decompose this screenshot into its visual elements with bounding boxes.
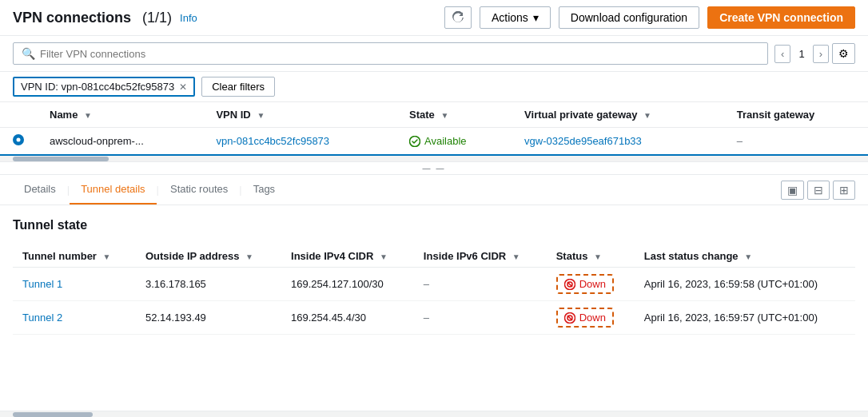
vpnid-sort-icon: ▼ xyxy=(257,111,265,120)
col-last-status-change[interactable]: Last status change ▼ xyxy=(635,245,855,268)
bottom-scrollbar-thumb xyxy=(13,412,93,417)
table-row[interactable]: awscloud-onprem-... vpn-081cc4bc52fc9587… xyxy=(0,128,868,156)
row-radio[interactable] xyxy=(0,128,37,156)
vpn-table: Name ▼ VPN ID ▼ State ▼ Virtual private … xyxy=(0,102,868,156)
name-sort-icon: ▼ xyxy=(84,111,92,120)
down-icon xyxy=(564,279,575,290)
refresh-button[interactable] xyxy=(444,6,472,29)
search-input[interactable] xyxy=(40,48,759,60)
col-inside-ipv4-cidr[interactable]: Inside IPv4 CIDR ▼ xyxy=(281,245,414,268)
ipv6-cidr: – xyxy=(414,301,547,335)
available-icon xyxy=(409,136,420,147)
vpg-col-header[interactable]: Virtual private gateway ▼ xyxy=(512,102,724,128)
tab-tunnel-details[interactable]: Tunnel details xyxy=(70,175,156,205)
scrollbar-thumb xyxy=(13,157,109,161)
sort-icon: ▼ xyxy=(512,252,520,261)
row-vpg[interactable]: vgw-0325de95eaf671b33 xyxy=(512,128,724,156)
page-title: VPN connections xyxy=(13,10,131,26)
col-outside-ip-address[interactable]: Outside IP address ▼ xyxy=(136,245,281,268)
table-settings-button[interactable]: ⚙ xyxy=(832,43,855,64)
clear-filters-button[interactable]: Clear filters xyxy=(201,77,275,97)
tab-details[interactable]: Details xyxy=(13,175,67,205)
download-config-button[interactable]: Download configuration xyxy=(559,6,699,29)
vpg-sort-icon: ▼ xyxy=(643,111,651,120)
filter-tag-close[interactable]: ✕ xyxy=(179,81,187,93)
col-tunnel-number[interactable]: Tunnel number ▼ xyxy=(13,245,136,268)
search-icon: 🔍 xyxy=(22,47,35,60)
down-icon xyxy=(564,312,575,324)
search-box: 🔍 xyxy=(13,42,768,65)
ipv4-cidr: 169.254.45.4/30 xyxy=(281,301,414,335)
last-change: April 16, 2023, 16:59:58 (UTC+01:00) xyxy=(635,268,855,301)
tunnel-status: Down xyxy=(547,268,635,301)
resize-dots-icon: — — xyxy=(423,164,446,173)
tunnel-number[interactable]: Tunnel 1 xyxy=(13,268,136,301)
prev-page-button[interactable]: ‹ xyxy=(774,45,790,63)
row-tgw: – xyxy=(724,128,868,156)
name-col-header[interactable]: Name ▼ xyxy=(37,102,203,128)
sort-icon: ▼ xyxy=(245,252,253,261)
vpnid-col-header[interactable]: VPN ID ▼ xyxy=(203,102,396,128)
tunnel-state-title: Tunnel state xyxy=(13,218,855,232)
filter-tag: VPN ID: vpn-081cc4bc52fc95873 ✕ xyxy=(13,77,195,97)
last-change: April 16, 2023, 16:59:57 (UTC+01:00) xyxy=(635,301,855,335)
view-buttons: ▣ ⊟ ⊞ xyxy=(781,181,855,200)
tunnel-row: Tunnel 2 52.14.193.49 169.254.45.4/30 – … xyxy=(13,301,855,335)
tab-tags[interactable]: Tags xyxy=(242,175,286,205)
row-name: awscloud-onprem-... xyxy=(37,128,203,156)
info-link[interactable]: Info xyxy=(180,12,197,24)
bottom-panel: Tunnel state Tunnel number ▼Outside IP a… xyxy=(0,205,868,411)
sort-icon: ▼ xyxy=(380,252,388,261)
col-inside-ipv6-cidr[interactable]: Inside IPv6 CIDR ▼ xyxy=(414,245,547,268)
outside-ip: 3.16.178.165 xyxy=(136,268,281,301)
ipv4-cidr: 169.254.127.100/30 xyxy=(281,268,414,301)
next-page-button[interactable]: › xyxy=(813,45,829,63)
actions-button[interactable]: Actions ▾ xyxy=(480,6,551,29)
refresh-icon xyxy=(452,11,464,24)
view-btn-3[interactable]: ⊞ xyxy=(833,181,855,200)
tunnel-number[interactable]: Tunnel 2 xyxy=(13,301,136,335)
ipv6-cidr: – xyxy=(414,268,547,301)
chevron-down-icon: ▾ xyxy=(533,11,539,24)
page-number: 1 xyxy=(794,48,809,60)
sort-icon: ▼ xyxy=(103,252,111,261)
state-col-header[interactable]: State ▼ xyxy=(396,102,512,128)
resize-handle[interactable]: — — xyxy=(0,162,868,175)
tunnel-row: Tunnel 1 3.16.178.165 169.254.127.100/30… xyxy=(13,268,855,301)
create-vpn-button[interactable]: Create VPN connection xyxy=(707,6,855,29)
vpn-count: (1/1) xyxy=(142,10,172,26)
view-btn-2[interactable]: ⊟ xyxy=(807,181,830,200)
row-vpnid[interactable]: vpn-081cc4bc52fc95873 xyxy=(203,128,396,156)
tab-static-routes[interactable]: Static routes xyxy=(159,175,239,205)
sort-icon: ▼ xyxy=(744,252,752,261)
select-col-header xyxy=(0,102,37,128)
state-sort-icon: ▼ xyxy=(440,111,448,120)
pagination: ‹ 1 › ⚙ xyxy=(774,43,855,64)
tunnel-status: Down xyxy=(547,301,635,335)
tags-bar: VPN ID: vpn-081cc4bc52fc95873 ✕ Clear fi… xyxy=(0,72,868,102)
view-btn-1[interactable]: ▣ xyxy=(781,181,804,200)
actions-label: Actions xyxy=(492,11,528,24)
tgw-col-header[interactable]: Transit gateway xyxy=(724,102,868,128)
bottom-scrollbar[interactable] xyxy=(0,411,868,417)
tunnel-table: Tunnel number ▼Outside IP address ▼Insid… xyxy=(13,245,855,335)
row-state: Available xyxy=(396,128,512,156)
horizontal-scrollbar[interactable] xyxy=(0,156,868,162)
sort-icon: ▼ xyxy=(594,252,602,261)
outside-ip: 52.14.193.49 xyxy=(136,301,281,335)
filter-tag-label: VPN ID: vpn-081cc4bc52fc95873 xyxy=(21,81,174,93)
col-status[interactable]: Status ▼ xyxy=(547,245,635,268)
tabs-bar: Details | Tunnel details | Static routes… xyxy=(0,175,868,205)
